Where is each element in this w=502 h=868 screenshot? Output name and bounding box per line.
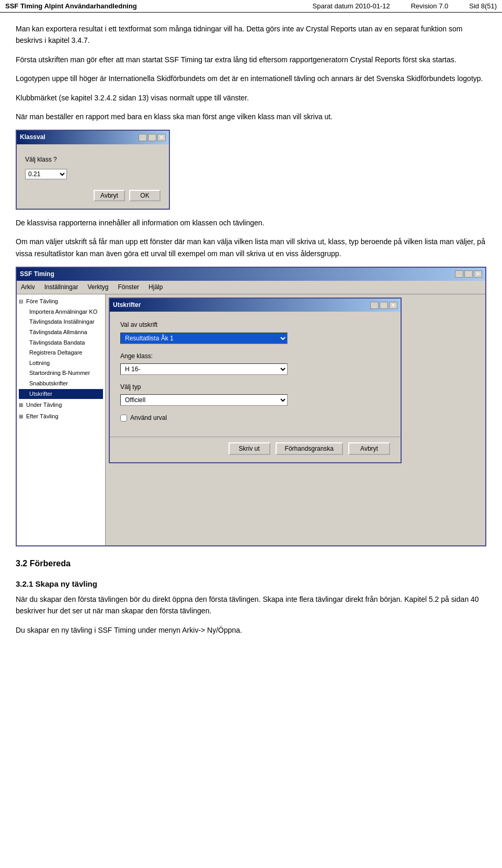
forhandsgranska-button[interactable]: Förhandsgranska [276,442,343,455]
utskrifter-minimize-button[interactable]: _ [370,302,379,309]
tree-item-registrera[interactable]: Registrera Deltagare [19,348,103,358]
klassval-select[interactable]: 0.21 [25,169,67,179]
val-select[interactable]: Resultatlista Åk 1 [120,333,288,344]
klassval-select-row: 0.21 [25,169,161,179]
tree-item-tavlingsdata-inst[interactable]: Tävlingsdata Inställningar [19,317,103,327]
paragraph-4: Klubbmärket (se kapitel 3.2.4.2 sidan 13… [16,92,486,104]
menu-verktyg[interactable]: Verktyg [85,282,110,293]
ssf-body: ⊟ Före Tävling Importera Anmälningar KO … [17,294,485,545]
typ-label: Välj typ [120,382,390,392]
menu-arkiv[interactable]: Arkiv [19,282,37,293]
ssf-title-buttons: _ □ ✕ [455,270,482,278]
klassval-title: Klassval [20,132,45,142]
tree-item-tavlingsdata-allm[interactable]: Tävlingsdata Allmänna [19,327,103,338]
checkbox-row-urval: Använd urval [120,413,390,423]
klassval-minimize-button[interactable]: _ [139,134,147,141]
klassval-maximize-button[interactable]: □ [148,134,156,141]
klassval-label: Välj klass ? [25,155,161,165]
tree-header-efter[interactable]: ⊞ Efter Tävling [19,412,103,422]
ssf-title: SSF Timing [20,269,54,279]
utskrifter-body: Val av utskrift Resultatlista Åk 1 Ange … [110,312,401,431]
klassval-title-buttons: _ □ ✕ [139,134,166,141]
tree-section-fore: ⊟ Före Tävling Importera Anmälningar KO … [19,296,103,399]
ssf-menu-bar: Arkiv Inställningar Verktyg Fönster Hjäl… [17,281,485,294]
klass-label: Ange klass: [120,351,390,361]
utskrifter-title-buttons: _ □ ✕ [370,302,397,309]
field-group-val: Val av utskrift Resultatlista Åk 1 [120,320,390,344]
ssf-left-panel: ⊟ Före Tävling Importera Anmälningar KO … [17,294,106,545]
ssf-timing-window: SSF Timing _ □ ✕ Arkiv Inställningar Ver… [16,267,486,546]
ssf-right-panel: Utskrifter _ □ ✕ Val av utskrift Resulta… [106,294,485,545]
klassval-ok-button[interactable]: OK [129,190,161,201]
menu-hjalp[interactable]: Hjälp [146,282,165,293]
klassval-body: Välj klass ? 0.21 Avbryt OK [17,144,169,209]
section-sub-header-321: 3.2.1 Skapa ny tävling [16,578,486,590]
header-meta: Sparat datum 2010-01-12 Revision 7.0 Sid… [313,2,497,10]
tree-section-efter: ⊞ Efter Tävling [19,412,103,422]
val-label: Val av utskrift [120,320,390,330]
tree-item-tavlingsdata-band[interactable]: Tävlingsdata Bandata [19,338,103,348]
paragraph-1: Man kan exportera resultat i ett textfor… [16,23,486,47]
tree-item-startordning[interactable]: Startordning B-Nummer [19,368,103,379]
skriv-ut-button[interactable]: Skriv ut [229,442,270,455]
revision-label: Revision 7.0 [411,2,449,10]
ssf-minimize-button[interactable]: _ [455,270,463,278]
tree-label-fore: Före Tävling [26,297,58,306]
sparat-label: Sparat datum 2010-01-12 [313,2,390,10]
ssf-close-button[interactable]: ✕ [474,270,482,278]
expand-icon-under: ⊞ [19,401,25,409]
utskrifter-maximize-button[interactable]: □ [380,302,388,309]
menu-fonster[interactable]: Fönster [116,282,141,293]
tree-label-efter: Efter Tävling [26,412,59,421]
menu-installningar[interactable]: Inställningar [42,282,81,293]
utskrifter-dialog: Utskrifter _ □ ✕ Val av utskrift Resulta… [109,298,402,463]
section-header-32: 3.2 Förbereda [16,557,486,570]
klassval-btn-row: Avbryt OK [25,190,161,201]
utskrifter-titlebar: Utskrifter _ □ ✕ [110,299,401,312]
avbryt-button[interactable]: Avbryt [348,442,390,455]
klassval-titlebar: Klassval _ □ ✕ [17,131,169,144]
tree-label-under: Under Tävling [26,401,62,410]
ssf-titlebar: SSF Timing _ □ ✕ [17,268,485,281]
paragraph-10: När du skapar den första tävlingen bör d… [16,593,486,617]
field-group-typ: Välj typ Officiell [120,382,390,406]
klassval-cancel-button[interactable]: Avbryt [94,190,125,201]
paragraph-5: När man beställer en rapport med bara en… [16,111,486,122]
tree-section-under: ⊞ Under Tävling [19,400,103,410]
ssf-maximize-button[interactable]: □ [464,270,473,278]
utskrifter-footer: Skriv ut Förhandsgranska Avbryt [110,437,401,462]
tree-item-utskrifter[interactable]: Utskrifter [19,389,103,399]
tree-item-lottning[interactable]: Lottning [19,358,103,369]
paragraph-3: Logotypen uppe till höger är Internation… [16,73,486,84]
klassval-dialog: Klassval _ □ ✕ Välj klass ? 0.21 Avbryt … [16,130,170,209]
tree-item-snabbutskrifter[interactable]: Snabbutskrifter [19,379,103,389]
paragraph-7: Om man väljer utskrift så får man upp et… [16,236,486,259]
typ-select[interactable]: Officiell [120,394,288,406]
paragraph-6: De klassvisa rapporterna innehåller all … [16,217,486,229]
tree-header-under[interactable]: ⊞ Under Tävling [19,400,103,410]
header-bar: SSF Timing Alpint Användarhandledning Sp… [0,0,502,13]
expand-icon-fore: ⊟ [19,298,25,306]
tree-header-fore[interactable]: ⊟ Före Tävling [19,296,103,307]
utskrifter-title: Utskrifter [113,300,141,310]
paragraph-2: Första utskriften man gör efter att man … [16,54,486,65]
field-group-klass: Ange klass: H 16- [120,351,390,375]
paragraph-11: Du skapar en ny tävling i SSF Timing und… [16,624,486,636]
urval-checkbox[interactable] [120,415,127,421]
utskrifter-close-button[interactable]: ✕ [389,302,397,309]
klass-select[interactable]: H 16- [120,363,288,375]
header-title: SSF Timing Alpint Användarhandledning [5,2,137,10]
page-label: Sid 8(51) [469,2,497,10]
main-content: Man kan exportera resultat i ett textfor… [0,13,502,654]
urval-label: Använd urval [130,413,167,423]
tree-item-importera[interactable]: Importera Anmälningar KO [19,307,103,317]
expand-icon-efter: ⊞ [19,413,25,421]
klassval-close-button[interactable]: ✕ [157,134,166,141]
